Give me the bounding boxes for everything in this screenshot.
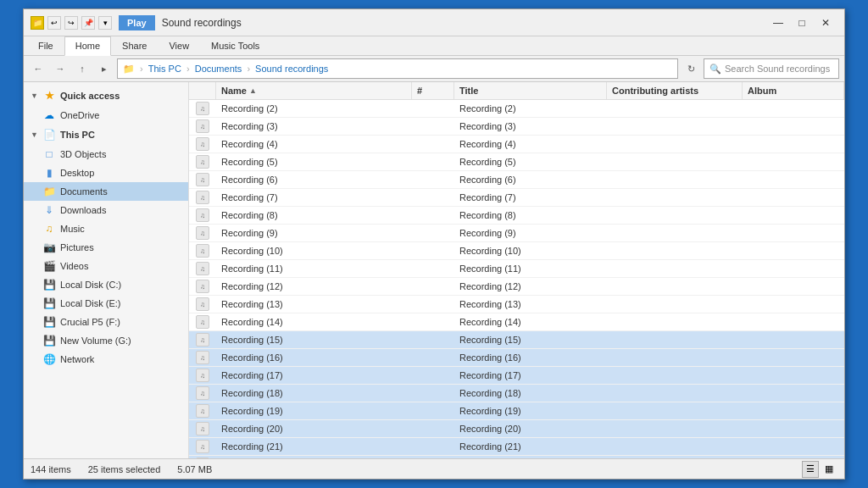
sidebar-quick-access[interactable]: ▼ ★ Quick access: [24, 86, 188, 106]
audio-file-icon: ♫: [196, 440, 209, 453]
audio-file-icon: ♫: [196, 226, 209, 240]
sidebar-item-desktop[interactable]: ▮ Desktop: [24, 164, 188, 182]
crucialp5-icon: 💾: [42, 315, 56, 329]
chevron-icon: ▼: [31, 130, 38, 139]
col-header-num[interactable]: #: [412, 82, 454, 99]
file-album-cell: [743, 178, 844, 181]
tab-share[interactable]: Share: [111, 36, 158, 55]
close-button[interactable]: ✕: [814, 11, 837, 35]
large-icons-view-button[interactable]: ▦: [821, 461, 837, 478]
audio-file-icon: ♫: [196, 422, 209, 435]
file-icon-cell: ♫: [189, 136, 216, 152]
refresh-button[interactable]: ↻: [682, 59, 700, 78]
col-header-artists[interactable]: Contributing artists: [607, 82, 743, 99]
table-row[interactable]: ♫ Recording (11) Recording (11): [189, 260, 844, 278]
tab-file[interactable]: File: [27, 36, 64, 55]
up-button[interactable]: ↑: [73, 59, 92, 78]
sidebar-item-crucialp5[interactable]: 💾 Crucial P5 (F:): [24, 313, 188, 331]
table-row[interactable]: ♫ Recording (19) Recording (19): [189, 402, 844, 420]
file-name-cell: Recording (21): [216, 440, 412, 453]
file-title-cell: Recording (6): [454, 173, 607, 186]
quickaccess-icon: ★: [43, 89, 57, 103]
documents-icon: 📁: [42, 185, 56, 198]
file-name-cell: Recording (14): [216, 315, 412, 329]
sidebar-item-documents[interactable]: 📁 Documents: [24, 182, 188, 201]
table-row[interactable]: ♫ Recording (21) Recording (21): [189, 438, 844, 456]
search-box[interactable]: 🔍 Search Sound recordings: [704, 58, 839, 79]
table-row[interactable]: ♫ Recording (5) Recording (5): [189, 153, 844, 171]
sidebar-item-localc[interactable]: 💾 Local Disk (C:): [24, 275, 188, 294]
table-row[interactable]: ♫ Recording (10) Recording (10): [189, 242, 844, 260]
table-row[interactable]: ♫ Recording (2) Recording (2): [189, 100, 844, 118]
details-view-button[interactable]: ☰: [802, 461, 819, 478]
maximize-button[interactable]: □: [790, 11, 814, 35]
table-row[interactable]: ♫ Recording (17) Recording (17): [189, 367, 844, 385]
file-icon-cell: ♫: [189, 189, 216, 206]
table-row[interactable]: ♫ Recording (12) Recording (12): [189, 278, 844, 296]
table-row[interactable]: ♫ Recording (18) Recording (18): [189, 385, 844, 402]
address-path[interactable]: 📁 › This PC › Documents › Sound recordin…: [117, 58, 678, 79]
table-row[interactable]: ♫ Recording (15) Recording (15): [189, 331, 844, 349]
redo-icon: ↪: [64, 16, 78, 30]
sidebar-item-network[interactable]: 🌐 Network: [24, 350, 188, 369]
tab-home[interactable]: Home: [64, 36, 111, 56]
file-list[interactable]: ♫ Recording (2) Recording (2) ♫ Recordin…: [189, 100, 844, 458]
crucialp5-label: Crucial P5 (F:): [60, 317, 120, 327]
path-soundrecordings[interactable]: Sound recordings: [255, 64, 328, 74]
search-icon: 🔍: [709, 64, 721, 75]
col-header-name[interactable]: Name ▲: [216, 82, 412, 99]
back-button[interactable]: ←: [29, 59, 47, 78]
network-label: Network: [60, 354, 94, 364]
col-header-album[interactable]: Album: [743, 82, 844, 99]
file-icon-cell: ♫: [189, 296, 216, 313]
minimize-button[interactable]: —: [766, 11, 790, 35]
table-row[interactable]: ♫ Recording (3) Recording (3): [189, 118, 844, 136]
sidebar-item-pictures[interactable]: 📷 Pictures: [24, 238, 188, 257]
file-num-cell: [412, 409, 454, 413]
play-button[interactable]: Play: [119, 15, 155, 30]
file-title-cell: Recording (2): [454, 102, 607, 115]
sidebar-item-newvolume[interactable]: 💾 New Volume (G:): [24, 331, 188, 350]
desktop-icon: ▮: [42, 166, 56, 180]
tab-music-tools[interactable]: Music Tools: [200, 36, 270, 55]
path-thispc[interactable]: This PC: [148, 64, 181, 74]
table-row[interactable]: ♫ Recording (13) Recording (13): [189, 296, 844, 313]
file-icon-cell: ♫: [189, 260, 216, 277]
sidebar-item-downloads[interactable]: ⇓ Downloads: [24, 201, 188, 219]
table-row[interactable]: ♫ Recording (7) Recording (7): [189, 189, 844, 207]
window-controls: — □ ✕: [766, 11, 837, 35]
table-row[interactable]: ♫ Recording (4) Recording (4): [189, 136, 844, 153]
file-name-cell: Recording (10): [216, 244, 412, 258]
table-row[interactable]: ♫ Recording (14) Recording (14): [189, 313, 844, 331]
sidebar: ▼ ★ Quick access ☁ OneDrive ▼ 📄 This PC …: [24, 82, 189, 458]
sidebar-item-3dobjects[interactable]: □ 3D Objects: [24, 145, 188, 164]
table-row[interactable]: ♫ Recording (20) Recording (20): [189, 420, 844, 438]
audio-file-icon: ♫: [196, 315, 209, 329]
sidebar-thispc[interactable]: ▼ 📄 This PC: [24, 125, 188, 145]
sidebar-item-locale[interactable]: 💾 Local Disk (E:): [24, 294, 188, 313]
artists-col-label: Contributing artists: [612, 86, 698, 96]
num-col-label: #: [417, 86, 422, 96]
disk-e-icon: 💾: [42, 297, 56, 310]
quick-access-label: Quick access: [60, 91, 120, 101]
path-documents[interactable]: Documents: [195, 64, 242, 74]
audio-file-icon: ♫: [196, 262, 209, 275]
title-col-label: Title: [459, 86, 478, 96]
sidebar-item-videos[interactable]: 🎬 Videos: [24, 257, 188, 275]
audio-file-icon: ♫: [196, 208, 209, 222]
recent-button[interactable]: ▸: [95, 59, 114, 78]
sidebar-item-onedrive[interactable]: ☁ OneDrive: [24, 106, 188, 125]
forward-button[interactable]: →: [51, 59, 70, 78]
table-row[interactable]: ♫ Recording (16) Recording (16): [189, 349, 844, 367]
col-header-title[interactable]: Title: [454, 82, 607, 99]
table-row[interactable]: ♫ Recording (9) Recording (9): [189, 225, 844, 242]
file-title-cell: Recording (5): [454, 155, 607, 169]
file-album-cell: [743, 107, 844, 110]
table-row[interactable]: ♫ Recording (8) Recording (8): [189, 207, 844, 225]
tab-view[interactable]: View: [158, 36, 200, 55]
table-row[interactable]: ♫ Recording (6) Recording (6): [189, 171, 844, 189]
sidebar-item-music[interactable]: ♫ Music: [24, 219, 188, 238]
file-icon-cell: ♫: [189, 171, 216, 188]
title-bar-icons: 📁 ↩ ↪ 📌 ▾: [31, 16, 112, 30]
file-artists-cell: [607, 320, 743, 324]
